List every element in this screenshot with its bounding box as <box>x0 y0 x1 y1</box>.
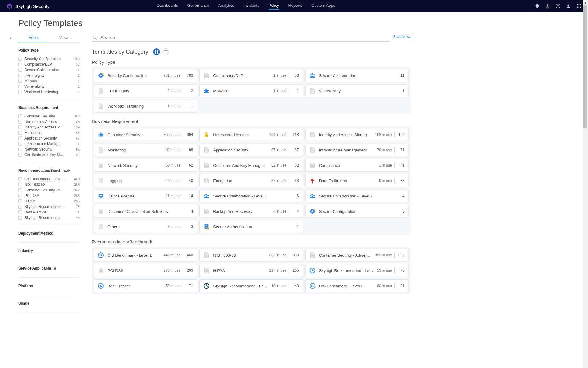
template-card[interactable]: Secure Collaboration - Level 16 <box>199 190 303 202</box>
template-card[interactable]: Device Posture11 in use14 <box>94 190 197 202</box>
template-card[interactable]: Document Classification Solutions4 <box>94 205 197 218</box>
template-card[interactable]: CIS Benchmark - Level 1440 in use460 <box>94 249 197 262</box>
checkbox[interactable] <box>18 125 22 129</box>
gear-icon[interactable] <box>545 4 550 9</box>
nav-item-analytics[interactable]: Analytics <box>218 3 234 10</box>
template-card[interactable]: Secure Collaboration11 <box>305 69 409 82</box>
template-card[interactable]: Infrastructure Management70 in use71 <box>305 144 409 156</box>
nav-item-policy[interactable]: Policy <box>269 3 279 10</box>
checkbox[interactable] <box>18 199 22 203</box>
filter-item[interactable]: Infrastructure Manag...71 <box>18 141 80 147</box>
template-card[interactable]: Application Security87 in use87 <box>199 144 303 156</box>
checkbox[interactable] <box>18 120 22 124</box>
nav-item-custom-apps[interactable]: Custom Apps <box>311 3 335 10</box>
template-card[interactable]: Data Exfiltration9 in use33 <box>305 174 409 187</box>
user-icon[interactable] <box>566 4 571 9</box>
template-card[interactable]: Malware1 in use1 <box>199 84 303 97</box>
template-card[interactable]: NIST 800-53362 in use383 <box>199 249 303 262</box>
checkbox[interactable] <box>18 68 22 72</box>
filter-item[interactable]: Skyhigh Recommende...75 <box>18 204 80 209</box>
template-card[interactable]: Network Security60 in use62 <box>94 159 197 172</box>
template-card[interactable]: Security Configuration731 in use783 <box>94 69 197 82</box>
template-card[interactable]: Secure Collaboration - Level 24 <box>305 190 409 202</box>
checkbox[interactable] <box>18 79 22 83</box>
nav-item-reports[interactable]: Reports <box>288 3 302 10</box>
apps-grid-icon[interactable] <box>576 4 581 9</box>
filter-item[interactable]: Vulnerability1 <box>18 84 80 89</box>
checkbox[interactable] <box>18 85 22 88</box>
checkbox[interactable] <box>18 205 22 209</box>
template-card[interactable]: Compliance1 in use41 <box>305 159 409 172</box>
filter-item[interactable]: CIS Benchmark - Level...460 <box>18 176 80 182</box>
filter-item[interactable]: File Integrity2 <box>18 73 80 78</box>
checkbox[interactable] <box>18 90 22 94</box>
filter-heading[interactable]: Service Applicable To <box>18 266 80 270</box>
filter-item[interactable]: Secure Collaboration11 <box>18 67 80 73</box>
checkbox[interactable] <box>18 216 22 220</box>
filter-heading[interactable]: Industry <box>18 249 80 253</box>
template-card[interactable]: Others3 in use3 <box>94 220 197 233</box>
sidebar-tab-filters[interactable]: Filters <box>18 34 49 42</box>
filter-item[interactable]: Security Configuration783 <box>18 56 80 62</box>
template-card[interactable]: Container Security365 in use394 <box>94 128 197 141</box>
filter-item[interactable]: Skyhigh Recommende...43 <box>18 215 80 220</box>
template-card[interactable]: Skyhigh Recommended - Level 218 in use43 <box>199 279 303 292</box>
save-view-link[interactable]: Save View <box>393 35 410 41</box>
checkbox[interactable] <box>18 148 22 151</box>
checkbox[interactable] <box>18 136 22 140</box>
nav-item-incidents[interactable]: Incidents <box>243 3 259 10</box>
filter-heading[interactable]: Usage <box>18 301 80 305</box>
help-icon[interactable]: ? <box>556 4 560 9</box>
template-card[interactable]: Unrestricted Access164 in use168 <box>199 128 303 141</box>
template-card[interactable]: Logging40 in use40 <box>94 174 197 187</box>
template-card[interactable]: CIS Benchmark - Level 230 in use31 <box>305 279 409 292</box>
filter-item[interactable]: Workload Hardening1 <box>18 89 80 95</box>
checkbox[interactable] <box>18 188 22 192</box>
checkbox[interactable] <box>18 74 22 77</box>
sidebar-tab-views[interactable]: Views <box>49 34 80 42</box>
scroll-up-arrow-icon[interactable]: ▴ <box>583 0 588 5</box>
filter-item[interactable]: NIST 800-53383 <box>18 182 80 187</box>
template-card[interactable]: Workload Hardening1 in use1 <box>94 100 197 113</box>
template-card[interactable]: Skyhigh Recommended - Level 153 in use75 <box>305 264 409 277</box>
filter-heading[interactable]: Policy Type <box>18 48 80 52</box>
template-card[interactable]: Monitoring83 in use88 <box>94 144 197 156</box>
filter-heading[interactable]: Recommendation/Benchmark <box>18 168 80 173</box>
template-card[interactable]: Encryption37 in use38 <box>199 174 303 187</box>
vertical-scrollbar[interactable]: ▴ <box>583 0 588 325</box>
scrollbar-thumb[interactable] <box>583 5 587 128</box>
shield-icon[interactable] <box>535 4 540 9</box>
filter-item[interactable]: Malware1 <box>18 78 80 84</box>
filter-heading[interactable]: Business Requirement <box>18 105 80 110</box>
filter-item[interactable]: Network Security62 <box>18 147 80 152</box>
filter-item[interactable]: Container Security394 <box>18 113 80 119</box>
checkbox[interactable] <box>18 131 22 135</box>
filter-item[interactable]: HIPAA205 <box>18 198 80 204</box>
checkbox[interactable] <box>18 63 22 66</box>
checkbox[interactable] <box>18 194 22 197</box>
list-view-button[interactable] <box>162 48 169 55</box>
filter-item[interactable]: PCI DSS283 <box>18 193 80 198</box>
filter-item[interactable]: Application Security87 <box>18 136 80 141</box>
search-field[interactable] <box>92 34 390 42</box>
template-card[interactable]: Vulnerability1 <box>305 84 409 97</box>
template-card[interactable]: HIPAA197 in use205 <box>199 264 303 277</box>
nav-item-governance[interactable]: Governance <box>187 3 209 10</box>
filter-item[interactable]: Container Security - A...382 <box>18 187 80 193</box>
template-card[interactable]: Identity And Access Management108 in use… <box>305 128 409 141</box>
grid-view-button[interactable] <box>153 48 160 55</box>
checkbox[interactable] <box>18 153 22 157</box>
template-card[interactable]: Secure Configuration3 <box>305 205 409 218</box>
template-card[interactable]: Backup And Recovery4 in use4 <box>199 205 303 218</box>
template-card[interactable]: Secure Authentication1 <box>199 220 303 233</box>
filter-item[interactable]: Monitoring88 <box>18 130 80 136</box>
search-input[interactable] <box>100 35 389 40</box>
filter-item[interactable]: Identity And Access M...109 <box>18 125 80 130</box>
nav-item-dashboards[interactable]: Dashboards <box>157 3 178 10</box>
template-card[interactable]: Compliance/DLP1 in use58 <box>199 69 303 82</box>
template-card[interactable]: Best Practice50 in use71 <box>94 279 197 292</box>
filter-item[interactable]: Compliance/DLP58 <box>18 62 80 67</box>
checkbox[interactable] <box>18 210 22 214</box>
collapse-sidebar-chevron-icon[interactable]: ‹ <box>10 35 11 40</box>
checkbox[interactable] <box>18 142 22 146</box>
